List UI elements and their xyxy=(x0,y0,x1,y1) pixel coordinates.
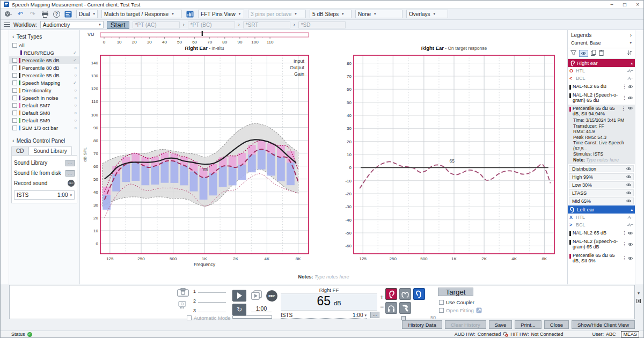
fft-view-icon[interactable] xyxy=(186,10,194,18)
checkbox[interactable] xyxy=(12,43,17,48)
tab-sound-library[interactable]: Sound Library xyxy=(28,146,71,155)
eye-icon[interactable] xyxy=(627,84,633,89)
play-button[interactable] xyxy=(232,290,246,302)
right-ear-section-header[interactable]: Right ear▴ xyxy=(568,59,635,67)
test-type-item[interactable]: Percentile 65 dB✓ xyxy=(9,56,79,64)
eye-icon[interactable] xyxy=(626,199,632,203)
legend-symbol-row[interactable]: XHTL xyxy=(568,214,635,221)
none-dropdown[interactable]: None▾ xyxy=(355,10,402,18)
eye-icon[interactable] xyxy=(627,106,633,111)
report-icon[interactable] xyxy=(64,10,72,18)
pt-bc-field[interactable]: *PT (BC) xyxy=(188,21,235,28)
close-button[interactable]: × xyxy=(636,1,639,8)
copy-icon[interactable] xyxy=(591,50,596,57)
tab-cd[interactable]: CD xyxy=(11,146,28,155)
snapshot-camera-icon[interactable] xyxy=(177,288,189,298)
test-type-item[interactable]: Speech Mapping✓ xyxy=(9,79,79,86)
legend-curve-row[interactable]: NAL-NL2 65 dB⋮ xyxy=(568,229,635,237)
left-ear-button[interactable] xyxy=(413,288,425,300)
in-situ-chart[interactable]: 0102030405060708090100110120130140125250… xyxy=(81,52,311,269)
test-type-item[interactable]: REUR/REUG✓ xyxy=(9,49,79,56)
headphones-button[interactable] xyxy=(385,302,397,314)
memo-line-1[interactable]: 1 xyxy=(193,288,226,294)
workflow-select[interactable]: Audiometry▾ xyxy=(40,21,104,28)
play-all-icon[interactable] xyxy=(250,290,263,303)
use-coupler-checkbox[interactable]: Use Coupler xyxy=(439,299,474,305)
checkbox[interactable] xyxy=(12,95,17,100)
legends-header[interactable]: Legends › xyxy=(568,30,635,39)
legend-symbol-row[interactable]: >BCL xyxy=(568,221,635,229)
level-down-button[interactable]: − xyxy=(380,304,384,310)
undo-icon[interactable]: ↶ xyxy=(16,10,25,18)
on-target-chart[interactable]: -60-50-40-30-20-100102030405060708012525… xyxy=(335,52,557,269)
print--button[interactable]: Print... xyxy=(515,320,541,329)
test-type-item[interactable]: All xyxy=(9,41,79,49)
help-icon[interactable]: ? xyxy=(53,11,60,18)
settings-icon[interactable] xyxy=(4,10,12,18)
record-button[interactable]: REC xyxy=(266,290,277,302)
browse-button[interactable]: ... xyxy=(65,160,75,166)
level-display[interactable]: 65dB xyxy=(281,294,377,311)
legend-subrow[interactable]: High 99% xyxy=(569,173,634,180)
memo-line-3[interactable]: 3 xyxy=(193,307,226,313)
legend-curve-row-selected[interactable]: Percentile 65 dB 65 dB, SII 94.94%⋮Time:… xyxy=(568,105,635,164)
left-ear-section-header[interactable]: Left ear▴ xyxy=(568,205,635,214)
level-up-button[interactable]: + xyxy=(380,295,384,300)
memo-line-2[interactable]: 2 xyxy=(193,297,226,304)
db-steps-dropdown[interactable]: 5 dB Steps▾ xyxy=(310,10,352,18)
right-ear-button[interactable] xyxy=(385,288,397,300)
checkbox[interactable] xyxy=(12,73,17,78)
checkbox[interactable] xyxy=(12,88,17,93)
checkbox[interactable] xyxy=(12,111,17,115)
legend-curve-row[interactable]: NAL-NL2 (Speech-o-gram) 65 dB⋮ xyxy=(568,91,635,105)
checkbox[interactable] xyxy=(12,58,17,63)
legend-curve-row[interactable]: NAL-NL2 (Speech-o-gram) 65 dB⋮ xyxy=(568,237,635,251)
legend-subrow[interactable]: Mid 65% xyxy=(569,197,634,204)
dual-dropdown[interactable]: Dual▾ xyxy=(76,10,98,18)
legend-curve-row[interactable]: NAL-NL2 65 dB⋮ xyxy=(568,82,635,91)
kebab-menu-icon[interactable]: ⋮ xyxy=(622,95,626,100)
kebab-menu-icon[interactable]: ⋮ xyxy=(622,84,626,89)
fft-pins-dropdown[interactable]: FFT Pins View▾ xyxy=(198,10,244,18)
target-button[interactable]: Target xyxy=(438,288,473,296)
handset-button[interactable] xyxy=(399,302,411,314)
eye-icon[interactable] xyxy=(626,174,632,179)
kebab-menu-icon[interactable]: ⋮ xyxy=(621,106,626,116)
history-data-button[interactable]: History Data xyxy=(402,320,442,329)
legend-subrow[interactable]: Distribution xyxy=(569,165,634,172)
sort-icon[interactable] xyxy=(627,50,632,57)
stimulus-browse-button[interactable]: ... xyxy=(370,312,379,318)
legend-subrow[interactable]: Low 30% xyxy=(569,181,634,188)
test-type-item[interactable]: Percentile 80 dB○ xyxy=(9,64,79,71)
eye-icon[interactable] xyxy=(626,166,632,171)
kebab-menu-icon[interactable]: ⋮ xyxy=(622,255,626,261)
save-button[interactable]: Save xyxy=(489,320,513,329)
snapshot-chart-icon[interactable] xyxy=(178,300,188,310)
timer-value[interactable]: 1:00 xyxy=(251,305,272,312)
playback-progress[interactable] xyxy=(232,315,272,319)
stimulus-row[interactable]: ISTS 1:00▾ xyxy=(281,312,367,319)
restore-button[interactable]: □ xyxy=(623,1,626,8)
test-type-item[interactable]: Speech in noise○ xyxy=(9,94,79,101)
test-type-item[interactable]: Default SM7○ xyxy=(9,101,79,109)
visibility-toggle[interactable] xyxy=(579,50,588,57)
match-target-dropdown[interactable]: Match to target / Response▾ xyxy=(101,10,182,18)
test-type-item[interactable]: SLM 1/3 oct bar○ xyxy=(9,124,79,131)
eye-icon[interactable] xyxy=(627,242,633,247)
eye-icon[interactable] xyxy=(627,231,633,236)
test-type-item[interactable]: Default SM8○ xyxy=(9,109,79,116)
legend-symbol-row[interactable]: OHTL xyxy=(568,67,635,75)
legend-subrow[interactable]: LTASS xyxy=(569,189,634,196)
legend-symbol-row[interactable]: <BCL xyxy=(568,75,635,82)
kebab-menu-icon[interactable]: ⋮ xyxy=(622,241,626,247)
checkbox[interactable] xyxy=(12,65,17,70)
test-type-item[interactable]: Default SM9○ xyxy=(9,116,79,124)
delete-icon[interactable] xyxy=(599,50,604,57)
pt-ac-field[interactable]: *PT (AC) xyxy=(133,21,180,28)
checkbox[interactable] xyxy=(12,103,17,108)
kebab-menu-icon[interactable]: ⋮ xyxy=(622,230,626,236)
start-button[interactable]: Start xyxy=(107,21,129,29)
print-icon[interactable] xyxy=(41,10,49,18)
eye-icon[interactable] xyxy=(627,95,633,100)
eye-icon[interactable] xyxy=(626,182,632,187)
